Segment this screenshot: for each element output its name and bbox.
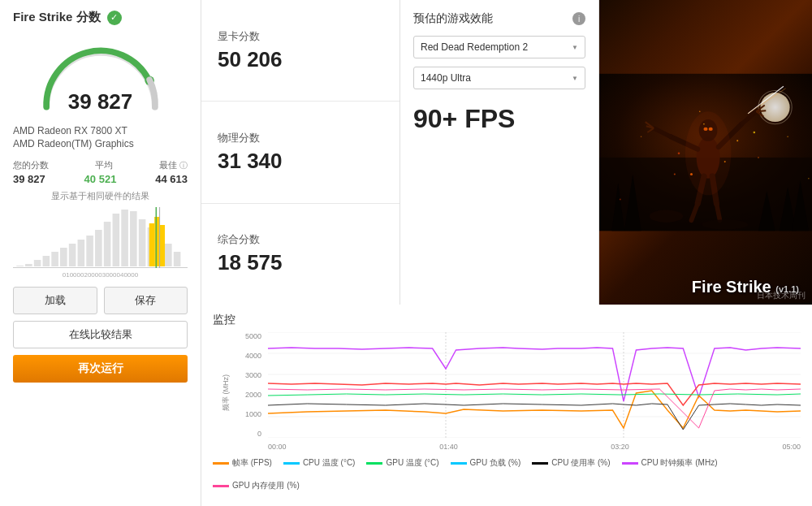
- game-performance-panel: 预估的游戏效能 i Red Dead Redemption 2 ▼ 1440p …: [400, 0, 599, 305]
- game-select-arrow: ▼: [572, 44, 578, 51]
- main-score: 39 827: [68, 89, 133, 115]
- legend-cpu-clock: CPU 时钟频率 (MHz): [622, 457, 718, 469]
- rerun-button[interactable]: 再次运行: [13, 355, 188, 383]
- y-axis-container: 频率 (MHz): [213, 332, 239, 452]
- monitoring-section: 监控 频率 (MHz) 5000 4000 3000 2000 1000 0: [201, 305, 812, 506]
- legend-fps-color: [213, 462, 229, 465]
- chart-x-labels: 0 10000 20000 30000 40000: [61, 271, 140, 279]
- svg-rect-22: [160, 225, 165, 266]
- svg-rect-3: [34, 260, 41, 266]
- scores-table: 您的分数 平均 最佳 ⓘ 39 827 40 521 44 613: [13, 159, 188, 185]
- panel-title: Fire Strike 分数: [13, 10, 101, 25]
- gpu-score-value: 50 206: [218, 47, 283, 72]
- legend-gpu-load-color: [451, 462, 467, 465]
- svg-rect-2: [25, 264, 32, 266]
- svg-rect-5: [51, 252, 58, 266]
- legend-gpu-mem-label: GPU 内存使用 (%): [232, 480, 300, 491]
- legend-gpu-temp-label: GPU 温度 (°C): [386, 457, 438, 469]
- svg-line-53: [716, 204, 719, 221]
- legend-cpu-temp-label: CPU 温度 (°C): [303, 457, 356, 469]
- left-panel: Fire Strike 分数 ✓ 39 827 AMD Radeon RX 78…: [0, 0, 201, 506]
- info-icon[interactable]: i: [572, 12, 585, 25]
- chart-with-axis: 频率 (MHz) 5000 4000 3000 2000 1000 0: [213, 332, 801, 452]
- gpu-name-line1: AMD Radeon RX 7800 XT: [13, 125, 188, 136]
- svg-rect-12: [113, 214, 120, 266]
- compare-button[interactable]: 在线比较结果: [13, 321, 188, 348]
- panel-header: Fire Strike 分数 ✓: [13, 10, 188, 25]
- legend-gpu-load-label: GPU 负载 (%): [470, 457, 521, 469]
- y-ticks: 5000 4000 3000 2000 1000 0: [239, 332, 265, 438]
- combined-score-value: 18 575: [218, 250, 283, 275]
- svg-point-63: [650, 210, 683, 222]
- check-icon: ✓: [107, 11, 122, 25]
- y-axis-label: 频率 (MHz): [221, 374, 231, 411]
- svg-point-62: [685, 111, 732, 195]
- svg-rect-7: [69, 244, 76, 266]
- game-image: Fire Strike (v1.1) 日本技术周刊: [599, 0, 812, 305]
- scores-values: 39 827 40 521 44 613: [13, 173, 188, 185]
- physics-score-block: 物理分数 31 340: [201, 102, 400, 203]
- svg-point-61: [699, 110, 701, 112]
- resolution-select-value: 1440p Ultra: [421, 72, 471, 84]
- save-button[interactable]: 保存: [104, 287, 188, 314]
- svg-rect-11: [104, 222, 111, 266]
- load-button[interactable]: 加载: [13, 287, 97, 314]
- legend-cpu-clock-label: CPU 时钟频率 (MHz): [641, 457, 718, 469]
- svg-rect-15: [139, 219, 146, 266]
- gpu-name-line2: AMD Radeon(TM) Graphics: [13, 138, 188, 149]
- fps-display: 90+ FPS: [413, 104, 585, 134]
- physics-score-value: 31 340: [218, 149, 283, 174]
- legend-cpu-temp: CPU 温度 (°C): [283, 457, 356, 469]
- legend-gpu-temp-color: [366, 462, 382, 465]
- svg-point-26: [761, 93, 790, 122]
- legend-gpu-temp: GPU 温度 (°C): [366, 457, 438, 469]
- svg-point-68: [620, 198, 621, 200]
- header-best: 最佳 ⓘ: [159, 159, 188, 171]
- action-buttons: 加载 保存: [13, 287, 188, 314]
- resolution-select-arrow: ▼: [572, 75, 578, 82]
- svg-point-57: [736, 140, 738, 141]
- svg-rect-9: [86, 236, 93, 266]
- resolution-select[interactable]: 1440p Ultra ▼: [413, 67, 585, 89]
- similar-hw-label: 显示基于相同硬件的结果: [51, 190, 149, 202]
- combined-score-label: 综合分数: [218, 232, 260, 247]
- svg-rect-4: [43, 256, 50, 266]
- svg-rect-18: [165, 244, 172, 266]
- gpu-score-label: 显卡分数: [218, 29, 260, 44]
- physics-score-label: 物理分数: [218, 131, 260, 145]
- header-avg: 平均: [95, 159, 113, 171]
- scores-header: 您的分数 平均 最佳 ⓘ: [13, 159, 188, 171]
- game-image-bg: Fire Strike (v1.1) 日本技术周刊: [599, 0, 812, 305]
- svg-rect-10: [95, 230, 102, 266]
- legend-gpu-mem-color: [213, 485, 229, 487]
- legend-cpu-usage-label: CPU 使用率 (%): [551, 457, 610, 469]
- game-select[interactable]: Red Dead Redemption 2 ▼: [413, 36, 585, 58]
- svg-rect-8: [78, 240, 85, 266]
- best-score: 44 613: [155, 173, 188, 185]
- header-my: 您的分数: [13, 159, 49, 171]
- svg-rect-6: [60, 248, 67, 266]
- legend-gpu-load: GPU 负载 (%): [451, 457, 521, 469]
- svg-point-60: [754, 132, 756, 134]
- legend-cpu-clock-color: [622, 462, 638, 465]
- chart-legend: 帧率 (FPS) CPU 温度 (°C) GPU 温度 (°C) GPU 负载 …: [213, 457, 801, 491]
- svg-point-65: [641, 136, 642, 137]
- svg-rect-1: [16, 266, 24, 266]
- svg-point-64: [702, 219, 748, 229]
- gpu-score-block: 显卡分数 50 206: [201, 0, 400, 102]
- monitoring-title: 监控: [213, 313, 801, 327]
- score-distribution-chart: [13, 207, 188, 268]
- avg-score: 40 521: [84, 173, 117, 185]
- svg-point-59: [674, 174, 676, 175]
- game-select-value: Red Dead Redemption 2: [421, 41, 528, 53]
- monitoring-chart: [268, 332, 801, 438]
- legend-gpu-mem: GPU 内存使用 (%): [213, 480, 300, 491]
- my-score: 39 827: [13, 173, 45, 185]
- score-gauge: 39 827: [28, 33, 174, 119]
- watermark: 日本技术周刊: [757, 290, 806, 301]
- right-panel: 显卡分数 50 206 物理分数 31 340 综合分数 18 575 预估的游…: [201, 0, 812, 506]
- svg-point-56: [678, 153, 680, 155]
- svg-point-66: [758, 157, 759, 158]
- svg-line-46: [756, 110, 766, 111]
- legend-cpu-usage: CPU 使用率 (%): [532, 457, 610, 469]
